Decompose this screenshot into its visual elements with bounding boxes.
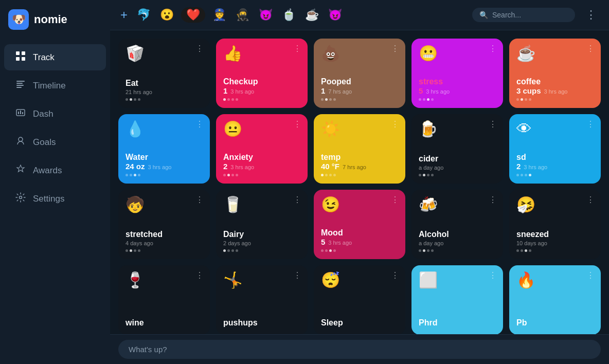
card-menu-sleep[interactable]: ⋮ xyxy=(390,270,400,281)
card-bottom-temp: temp 40 °F 7 hrs ago xyxy=(321,152,398,176)
card-menu-water[interactable]: ⋮ xyxy=(194,119,205,130)
card-wine[interactable]: ⋮ 🍷 wine xyxy=(118,265,210,334)
card-name-cider: cider xyxy=(419,154,496,163)
dot xyxy=(419,98,421,101)
dot xyxy=(423,249,425,252)
card-water[interactable]: ⋮ 💧 Water 24 oz 3 hrs ago xyxy=(118,114,210,184)
sidebar-item-awards[interactable]: Awards xyxy=(4,157,106,184)
card-menu-stretched[interactable]: ⋮ xyxy=(194,195,205,205)
card-bottom-water: Water 24 oz 3 hrs ago xyxy=(126,152,203,176)
card-menu-mood[interactable]: ⋮ xyxy=(390,195,400,205)
card-menu-checkup[interactable]: ⋮ xyxy=(292,44,302,54)
card-emoji-alcohol: 🍻 xyxy=(419,197,496,212)
card-coffee[interactable]: ⋮ ☕ coffee 3 cups 3 hrs ago xyxy=(509,39,601,108)
card-dots-checkup xyxy=(223,98,300,101)
card-bottom-stress: stress 5 3 hrs ago xyxy=(419,77,496,101)
card-dots-eat xyxy=(126,98,203,101)
card-eat[interactable]: ⋮ 🥡 Eat 21 hrs ago xyxy=(118,39,210,108)
quick-icon-teacup[interactable]: 🍵 xyxy=(280,7,298,23)
cards-grid: ⋮ 🥡 Eat 21 hrs ago ⋮ 👍 Checkup 1 3 hrs a… xyxy=(118,39,601,334)
card-menu-stress[interactable]: ⋮ xyxy=(488,44,498,54)
card-emoji-pushups: 🤸 xyxy=(223,272,300,288)
dot xyxy=(231,98,234,101)
card-stress[interactable]: ⋮ 😬 stress 5 3 hrs ago xyxy=(411,39,503,108)
whats-up-input[interactable] xyxy=(118,340,601,359)
quick-icon-devil2[interactable]: 😈 xyxy=(326,7,344,23)
card-name-sleep: Sleep xyxy=(321,318,398,327)
svg-rect-10 xyxy=(20,111,21,114)
card-sleep[interactable]: ⋮ 😴 Sleep xyxy=(314,265,405,334)
card-mood[interactable]: ⋮ 😉 Mood 5 3 hrs ago xyxy=(314,190,405,259)
card-menu-phrd[interactable]: ⋮ xyxy=(488,270,498,281)
search-input[interactable] xyxy=(492,11,564,19)
topbar-icons: + 🐬 😮 ❤️ 👮 🥷 😈 🍵 ☕ 😈 xyxy=(118,7,466,23)
search-bar[interactable]: 🔍 xyxy=(472,8,575,22)
sidebar-item-dash[interactable]: Dash xyxy=(4,101,106,127)
goals-icon xyxy=(14,136,27,149)
card-time-sd: 3 hrs ago xyxy=(524,164,547,170)
sidebar-item-timeline[interactable]: Timeline xyxy=(4,72,106,99)
card-pushups[interactable]: ⋮ 🤸 pushups xyxy=(216,265,308,334)
card-menu-sneezed[interactable]: ⋮ xyxy=(585,195,596,205)
card-alcohol[interactable]: ⋮ 🍻 Alcohol a day ago xyxy=(411,190,503,259)
quick-icon-ninja[interactable]: 🥷 xyxy=(234,7,252,23)
add-button[interactable]: + xyxy=(118,7,130,23)
card-dairy[interactable]: ⋮ 🥛 Dairy 2 days ago xyxy=(216,190,308,259)
dot xyxy=(427,98,429,101)
dot xyxy=(236,249,238,252)
card-temp[interactable]: ⋮ ☀️ temp 40 °F 7 hrs ago xyxy=(314,114,405,184)
card-menu-wine[interactable]: ⋮ xyxy=(194,270,205,281)
card-pb[interactable]: ⋮ 🔥 Pb xyxy=(509,265,601,334)
dot xyxy=(423,98,425,101)
card-name-pushups: pushups xyxy=(223,318,300,327)
dot xyxy=(126,98,128,101)
dot xyxy=(138,249,140,252)
card-menu-eat[interactable]: ⋮ xyxy=(194,44,205,54)
card-menu-cider[interactable]: ⋮ xyxy=(488,119,498,130)
card-stretched[interactable]: ⋮ 🧒 stretched 4 days ago xyxy=(118,190,210,259)
card-menu-dairy[interactable]: ⋮ xyxy=(292,195,302,205)
card-menu-temp[interactable]: ⋮ xyxy=(390,119,400,130)
card-sneezed[interactable]: ⋮ 🤧 sneezed 10 days ago xyxy=(509,190,601,259)
dot xyxy=(138,174,140,176)
svg-rect-3 xyxy=(22,57,25,61)
more-button[interactable]: ⋮ xyxy=(581,6,601,24)
awards-icon xyxy=(14,164,27,177)
dot xyxy=(223,98,226,101)
dot xyxy=(521,98,523,101)
quick-icon-guard[interactable]: 👮 xyxy=(210,7,228,23)
card-emoji-sd: 👁 xyxy=(516,121,594,137)
dash-icon xyxy=(14,107,27,120)
card-bottom-phrd: Phrd xyxy=(419,318,496,327)
quick-icon-coffee[interactable]: ☕ xyxy=(303,7,321,23)
quick-icon-wow[interactable]: 😮 xyxy=(158,7,176,23)
sidebar-item-settings[interactable]: Settings xyxy=(4,186,106,212)
card-phrd[interactable]: ⋮ ⬜ Phrd xyxy=(411,265,503,334)
card-menu-pushups[interactable]: ⋮ xyxy=(292,270,302,281)
card-pooped[interactable]: ⋮ 💩 Pooped 1 7 hrs ago xyxy=(314,39,405,108)
dot xyxy=(236,98,238,101)
card-bottom-pooped: Pooped 1 7 hrs ago xyxy=(321,77,398,101)
card-cider[interactable]: ⋮ 🍺 cider a day ago xyxy=(411,114,503,184)
dot xyxy=(126,249,128,252)
dot xyxy=(231,174,234,176)
dot xyxy=(227,174,230,176)
card-time-dairy: 2 days ago xyxy=(223,240,251,246)
quick-icon-dolphin[interactable]: 🐬 xyxy=(135,7,153,23)
card-sd[interactable]: ⋮ 👁 sd 2 3 hrs ago xyxy=(509,114,601,184)
dot xyxy=(529,174,531,176)
dot xyxy=(419,249,421,252)
quick-icon-heart[interactable]: ❤️ xyxy=(181,7,205,23)
sidebar-item-track[interactable]: Track xyxy=(4,44,106,70)
card-anxiety[interactable]: ⋮ 😐 Anxiety 2 3 hrs ago xyxy=(216,114,308,184)
sidebar-item-goals[interactable]: Goals xyxy=(4,129,106,155)
card-checkup[interactable]: ⋮ 👍 Checkup 1 3 hrs ago xyxy=(216,39,308,108)
card-menu-pb[interactable]: ⋮ xyxy=(585,270,596,281)
card-menu-alcohol[interactable]: ⋮ xyxy=(488,195,498,205)
card-menu-coffee[interactable]: ⋮ xyxy=(585,44,596,54)
card-menu-sd[interactable]: ⋮ xyxy=(585,119,596,130)
quick-icon-devil[interactable]: 😈 xyxy=(257,7,275,23)
card-menu-anxiety[interactable]: ⋮ xyxy=(292,119,302,130)
sidebar-item-label-awards: Awards xyxy=(33,166,62,176)
card-menu-pooped[interactable]: ⋮ xyxy=(390,44,400,54)
